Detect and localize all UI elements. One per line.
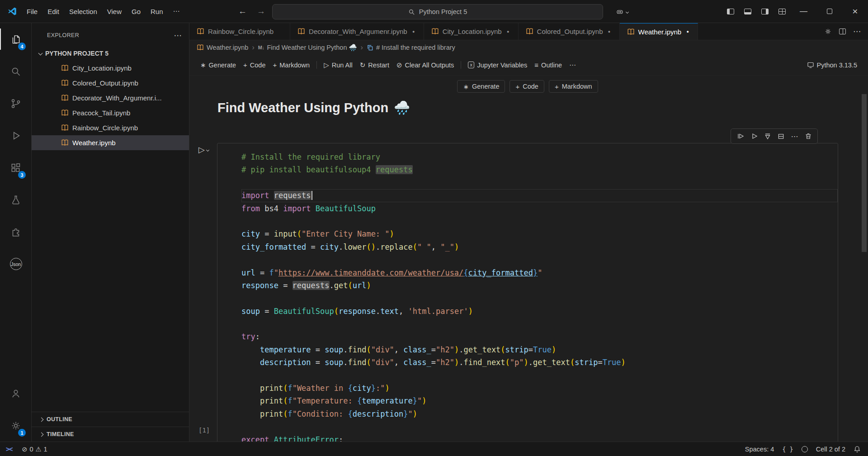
forward-icon[interactable]: → <box>257 6 265 16</box>
modified-dot-icon[interactable]: ● <box>685 29 690 34</box>
breadcrumb-file[interactable]: Weather.ipynb <box>197 44 248 51</box>
notebook-settings-gear-icon[interactable] <box>824 28 832 35</box>
activity-settings[interactable]: 1 <box>0 409 32 442</box>
activity-explorer[interactable]: 4 <box>0 23 32 55</box>
modified-dot-icon[interactable]: ● <box>411 29 416 34</box>
activity-run-debug[interactable] <box>0 119 32 152</box>
code-line-10[interactable]: url = f"https://www.timeanddate.com/weat… <box>241 266 838 279</box>
add-code-cell-button[interactable]: + Code <box>240 59 269 71</box>
code-line-20[interactable]: print(f"Temperature: {temperature}") <box>241 394 838 407</box>
copilot-button[interactable] <box>613 5 631 18</box>
maximize-button[interactable] <box>816 0 842 23</box>
file-city-location-ipynb[interactable]: City_Location.ipynb <box>32 61 189 76</box>
file-decorator-with-argumenr-i[interactable]: Decorator_With_Argumenr.i... <box>32 90 189 105</box>
editor-more-actions-icon[interactable]: ⋯ <box>853 27 861 36</box>
code-cell[interactable]: # Install the required library# pip inst… <box>217 143 838 442</box>
activity-search[interactable] <box>0 55 32 87</box>
breadcrumb-section[interactable]: M↓ Find Weather Using Python 🌧️ <box>258 44 357 52</box>
toggle-sidebar-icon[interactable] <box>722 0 739 23</box>
menu-edit[interactable]: Edit <box>42 5 64 18</box>
timeline-section[interactable]: TIMELINE <box>32 427 189 442</box>
code-line-15[interactable]: try: <box>241 330 838 343</box>
modified-dot-icon[interactable]: ● <box>505 29 511 34</box>
clear-all-outputs-button[interactable]: ⊘ Clear All Outputs <box>393 59 458 71</box>
code-line-5[interactable]: from bs4 import BeautifulSoup <box>241 202 838 215</box>
markdown-cell-title[interactable]: Find Weather Using Python 🌧️ <box>217 100 410 115</box>
file-weather-ipynb[interactable]: Weather.ipynb <box>32 135 189 150</box>
notebook-scroll-area[interactable]: ∗ Generate + Code + Markdown Find Weathe… <box>189 76 868 442</box>
menu-go[interactable]: Go <box>127 5 146 18</box>
code-editor[interactable]: # Install the required library# pip inst… <box>217 143 838 442</box>
split-cell-icon[interactable] <box>775 130 787 142</box>
run-all-button[interactable]: ▷ Run All <box>320 59 356 71</box>
code-line-21[interactable]: print(f"Condition: {description}") <box>241 408 838 420</box>
code-line-17[interactable]: description = soup.find("div", class_="h… <box>241 356 838 369</box>
menu-selection[interactable]: Selection <box>64 5 102 18</box>
kernel-picker-button[interactable]: Python 3.13.5 <box>803 59 861 71</box>
run-cell-icon[interactable] <box>748 130 760 142</box>
insert-generate-button[interactable]: ∗ Generate <box>457 80 505 93</box>
notifications-bell-icon[interactable] <box>854 446 861 453</box>
code-line-1[interactable]: # Install the required library <box>241 151 838 163</box>
activity-extensions[interactable]: 3 <box>0 152 32 184</box>
run-cell-icon[interactable]: ▷ <box>198 145 205 155</box>
activity-testing[interactable] <box>0 184 32 216</box>
menu-run[interactable]: Run <box>146 5 168 18</box>
back-icon[interactable]: ← <box>238 6 247 16</box>
activity-extension-puzzle[interactable] <box>0 216 32 248</box>
code-line-23[interactable]: except AttributeError: <box>241 433 838 442</box>
code-line-18[interactable] <box>241 369 838 382</box>
customize-layout-icon[interactable] <box>774 0 791 23</box>
file-colored-output-ipynb[interactable]: Colored_Output.ipynb <box>32 76 189 90</box>
copilot-status-icon[interactable] <box>802 446 808 452</box>
remote-indicator[interactable]: >< <box>0 442 18 456</box>
command-center-search[interactable]: Python Project 5 <box>272 4 603 19</box>
problems-indicator[interactable]: ⊘ 0 ⚠ 1 <box>18 446 51 453</box>
language-braces-icon[interactable]: { } <box>782 446 793 453</box>
activity-accounts[interactable] <box>0 377 32 409</box>
code-line-8[interactable]: city_formatted = city.lower().replace(" … <box>241 241 838 253</box>
tab-decorator-with-argumenr-ipynb[interactable]: Decorator_With_Argumenr.ipynb● <box>290 23 424 40</box>
code-line-2[interactable]: # pip install beautifulsoup4 requests <box>241 163 838 176</box>
code-line-11[interactable]: response = requests.get(url) <box>241 279 838 292</box>
minimize-button[interactable]: — <box>791 0 816 23</box>
indentation-indicator[interactable]: Spaces: 4 <box>745 446 774 453</box>
file-peacock-tail-ipynb[interactable]: Peacock_Tail.ipynb <box>32 105 189 120</box>
jupyter-variables-button[interactable]: x Jupyter Variables <box>464 59 531 71</box>
code-line-19[interactable]: print(f"Weather in {city}:") <box>241 382 838 394</box>
insert-code-button[interactable]: + Code <box>509 80 544 93</box>
activity-json-extension[interactable]: Json <box>0 248 32 280</box>
tab-city-location-ipynb[interactable]: City_Location.ipynb● <box>424 23 519 40</box>
menu-view[interactable]: View <box>102 5 127 18</box>
toolbar-more-actions[interactable]: ⋯ <box>566 59 580 71</box>
code-line-13[interactable]: soup = BeautifulSoup(response.text, 'htm… <box>241 305 838 318</box>
menu-file[interactable]: File <box>22 5 42 18</box>
insert-markdown-button[interactable]: + Markdown <box>549 80 598 93</box>
run-below-icon[interactable] <box>761 130 774 142</box>
code-line-9[interactable] <box>241 253 838 266</box>
code-line-3[interactable] <box>241 176 838 189</box>
code-line-4[interactable]: import requests <box>241 189 838 202</box>
modified-dot-icon[interactable]: ● <box>607 29 612 34</box>
outline-button[interactable]: ≡ Outline <box>531 59 566 71</box>
menu-overflow-icon[interactable]: ⋯ <box>168 5 185 18</box>
code-line-7[interactable]: city = input("Enter City Name: ") <box>241 228 838 240</box>
code-line-12[interactable] <box>241 292 838 304</box>
tab-colored-output-ipynb[interactable]: Colored_Output.ipynb● <box>519 23 620 40</box>
split-editor-icon[interactable] <box>839 28 846 34</box>
explorer-more-actions-icon[interactable]: ⋯ <box>174 31 182 40</box>
close-button[interactable]: × <box>842 0 868 23</box>
code-line-22[interactable] <box>241 420 838 433</box>
toggle-panel-icon[interactable] <box>739 0 756 23</box>
run-above-icon[interactable] <box>734 130 746 142</box>
toggle-secondary-sidebar-icon[interactable] <box>756 0 774 23</box>
editor-scrollbar[interactable] <box>862 94 867 252</box>
outline-section[interactable]: OUTLINE <box>32 412 189 427</box>
delete-cell-icon[interactable] <box>802 130 814 142</box>
tab-rainbow-circle-ipynb[interactable]: Rainbow_Circle.ipynb <box>189 23 290 40</box>
code-line-14[interactable] <box>241 318 838 330</box>
cell-more-actions-icon[interactable]: ⋯ <box>788 130 801 142</box>
project-root-row[interactable]: PYTHON PROJECT 5 <box>32 46 189 61</box>
cell-indicator[interactable]: Cell 2 of 2 <box>816 446 845 453</box>
tab-weather-ipynb[interactable]: Weather.ipynb● <box>620 23 698 40</box>
